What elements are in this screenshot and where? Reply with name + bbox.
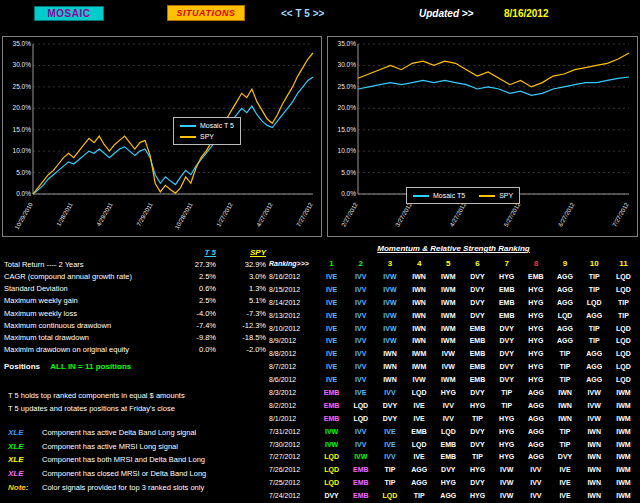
ranking-ticker-cell: IWN: [375, 350, 404, 357]
ranking-ticker-cell: IWM: [609, 492, 638, 499]
updated-label: Updated >>: [419, 8, 473, 19]
signal-description: Component has active Delta Band Long sig…: [42, 428, 196, 437]
ranking-ticker-cell: IVW: [434, 363, 463, 370]
svg-text:5.0%: 5.0%: [341, 169, 356, 176]
ranking-ticker-cell: TIP: [550, 376, 579, 383]
ranking-ticker-cell: TIP: [492, 389, 521, 396]
ranking-ticker-cell: HYG: [521, 363, 550, 370]
ranking-ticker-cell: IWN: [375, 363, 404, 370]
stat-value-spy: -2.0%: [216, 345, 266, 354]
ranking-ticker-cell: IWN: [580, 428, 609, 435]
rank-column-number: 4: [405, 259, 434, 268]
ranking-ticker-cell: AGG: [550, 273, 579, 280]
signal-description: Color signals provided for top 3 ranked …: [42, 483, 204, 492]
ranking-ticker-cell: IVE: [317, 350, 346, 357]
ranking-header-row: Ranking>>> 1234567891011: [269, 257, 638, 270]
ranking-ticker-cell: HYG: [434, 479, 463, 486]
ranking-ticker-cell: IVW: [580, 402, 609, 409]
ranking-row: 8/1/2012EMBLQDDVYIVEIVVTIPHYGAGGIWNIVWIW…: [269, 412, 638, 425]
ranking-ticker-cell: AGG: [434, 492, 463, 499]
situations-button[interactable]: SITUATIONS: [167, 5, 245, 21]
legend-label-spy: SPY: [499, 192, 513, 199]
ranking-ticker-cell: HYG: [521, 299, 550, 306]
ranking-ticker-cell: IWM: [609, 402, 638, 409]
ranking-ticker-cell: IVW: [492, 479, 521, 486]
ranking-row: 8/16/2012IVEIVVIVWIWNIWMDVYHYGEMBAGGTIPL…: [269, 270, 638, 283]
ranking-ticker-cell: IWM: [434, 273, 463, 280]
ranking-ticker-cell: IWN: [550, 389, 579, 396]
ranking-ticker-cell: DVY: [463, 428, 492, 435]
ranking-row: 7/31/2012IVWIVVIVEEMBLQDDVYHYGAGGTIPIWNI…: [269, 425, 638, 438]
ranking-date: 7/30/2012: [269, 441, 317, 448]
spy-column-header: SPY: [216, 248, 266, 257]
ranking-ticker-cell: AGG: [580, 312, 609, 319]
svg-text:4/27/2012: 4/27/2012: [449, 201, 468, 228]
stats-rows: Total Return ---- 2 Years27.3%32.9%CAGR …: [4, 258, 272, 356]
ranking-ticker-cell: IVE: [317, 312, 346, 319]
ranking-ticker-cell: DVY: [463, 479, 492, 486]
svg-text:20.0%: 20.0%: [338, 104, 357, 111]
t5-column-header: T 5: [162, 248, 216, 257]
stat-label: Maximum continuous drawdown: [4, 321, 162, 330]
ranking-ticker-cell: DVY: [492, 363, 521, 370]
stat-label: Standard Deviation: [4, 284, 162, 293]
ranking-row: 8/3/2012EMBIVEIVVLQDHYGDVYTIPAGGIWNIVWIW…: [269, 386, 638, 399]
ranking-ticker-cell: LQD: [317, 479, 346, 486]
ranking-ticker-cell: TIP: [609, 299, 638, 306]
ranking-ticker-cell: TIP: [463, 453, 492, 460]
ranking-ticker-cell: IVV: [434, 415, 463, 422]
ranking-ticker-cell: IWM: [405, 363, 434, 370]
positions-label: Positions: [4, 362, 40, 371]
chart-legend-recent: Mosaic T5 SPY: [406, 187, 520, 204]
ranking-ticker-cell: IVV: [346, 312, 375, 319]
ranking-ticker-cell: IVV: [375, 453, 404, 460]
rank-column-number: 6: [463, 259, 492, 268]
ranking-ticker-cell: LQD: [609, 273, 638, 280]
ranking-ticker-cell: IVW: [375, 337, 404, 344]
stat-value-t5: 27.3%: [162, 260, 216, 269]
ranking-ticker-cell: IVW: [317, 441, 346, 448]
ranking-row: 8/6/2012IVEIVVIWNIVWIWMEMBDVYHYGTIPAGGLQ…: [269, 373, 638, 386]
ranking-title: Momentum & Relative Strength Ranking: [269, 244, 638, 257]
t5-line-sample: [180, 125, 196, 127]
ranking-ticker-cell: DVY: [492, 337, 521, 344]
performance-stats: T 5 SPY Total Return ---- 2 Years27.3%32…: [4, 246, 272, 356]
rank-column-number: 10: [580, 259, 609, 268]
ranking-ticker-cell: IWN: [405, 325, 434, 332]
ranking-ticker-cell: IVE: [405, 453, 434, 460]
ranking-ticker-cell: DVY: [463, 299, 492, 306]
ranking-ticker-cell: IWM: [609, 428, 638, 435]
ranking-ticker-cell: IVE: [375, 428, 404, 435]
legend-entry-t5: Mosaic T5: [413, 190, 465, 201]
ranking-ticker-cell: IWM: [609, 466, 638, 473]
ranking-date: 8/9/2012: [269, 337, 317, 344]
ranking-ticker-cell: IVW: [580, 389, 609, 396]
rank-column-number: 11: [609, 259, 638, 268]
rank-column-number: 1: [317, 259, 346, 268]
ranking-ticker-cell: AGG: [521, 428, 550, 435]
ranking-ticker-cell: IWN: [580, 441, 609, 448]
ranking-row: 8/9/2012IVEIVVIVWIWNIWMEMBDVYHYGAGGTIPLQ…: [269, 334, 638, 347]
stat-value-t5: 0.6%: [162, 284, 216, 293]
svg-text:30.0%: 30.0%: [338, 61, 357, 68]
ranking-ticker-cell: IVV: [346, 428, 375, 435]
ranking-ticker-cell: AGG: [580, 350, 609, 357]
ranking-ticker-cell: AGG: [521, 402, 550, 409]
ranking-ticker-cell: AGG: [521, 415, 550, 422]
equity-chart-2yr: 35.0%30.0%25.0%20.0%15.0%10.0%5.0%0.0%10…: [3, 37, 321, 236]
signal-color-legend: XLEComponent has active Delta Band Long …: [8, 426, 206, 494]
mosaic-button[interactable]: MOSAIC: [34, 6, 104, 21]
ranking-ticker-cell: AGG: [405, 466, 434, 473]
ranking-ticker-cell: IVE: [375, 441, 404, 448]
ranking-ticker-cell: TIP: [550, 428, 579, 435]
stat-value-spy: 1.3%: [216, 284, 266, 293]
t5-nav-label[interactable]: << T 5 >>: [281, 8, 324, 19]
legend-entry-spy: SPY: [180, 131, 234, 142]
svg-text:15.0%: 15.0%: [13, 126, 32, 133]
ranking-row: 8/14/2012IVEIVVIVWIWNIWMDVYEMBHYGAGGLQDT…: [269, 296, 638, 309]
ranking-date: 8/15/2012: [269, 286, 317, 293]
ranking-ticker-cell: IVV: [521, 479, 550, 486]
ranking-ticker-cell: LQD: [346, 402, 375, 409]
ranking-row: 8/13/2012IVEIVVIVWIWNIWMDVYEMBHYGLQDAGGT…: [269, 309, 638, 322]
ranking-row: 7/26/2012LQDEMBTIPAGGDVYHYGIVWIVVIVEIWNI…: [269, 463, 638, 476]
